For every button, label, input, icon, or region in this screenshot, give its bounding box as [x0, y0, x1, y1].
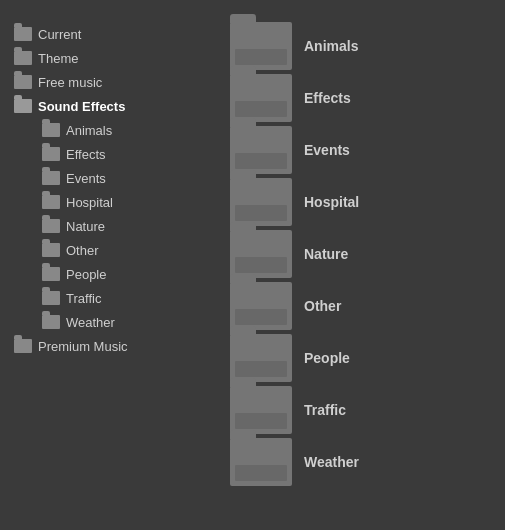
tree-label-sound-effects: Sound Effects: [38, 99, 125, 114]
tree-label-people: People: [66, 267, 106, 282]
grid-item-animals[interactable]: Animals: [230, 22, 495, 70]
tree-label-theme: Theme: [38, 51, 78, 66]
tree-label-premium-music: Premium Music: [38, 339, 128, 354]
tree-item-premium-music[interactable]: Premium Music: [14, 334, 210, 358]
grid-label-people: People: [304, 350, 350, 366]
tree-item-current[interactable]: Current: [14, 22, 210, 46]
folder-icon-events: [42, 171, 60, 185]
folder-icon-theme: [14, 51, 32, 65]
grid-label-effects: Effects: [304, 90, 351, 106]
grid-item-events[interactable]: Events: [230, 126, 495, 174]
tree-label-animals: Animals: [66, 123, 112, 138]
tree-label-nature: Nature: [66, 219, 105, 234]
grid-item-hospital[interactable]: Hospital: [230, 178, 495, 226]
tree-item-traffic[interactable]: Traffic: [14, 286, 210, 310]
tree-label-other: Other: [66, 243, 99, 258]
folder-icon-nature: [42, 219, 60, 233]
grid-label-animals: Animals: [304, 38, 358, 54]
tree-item-free-music[interactable]: Free music: [14, 70, 210, 94]
folder-icon-traffic: [42, 291, 60, 305]
tree-label-hospital: Hospital: [66, 195, 113, 210]
tree-panel: CurrentThemeFree musicSound EffectsAnima…: [0, 22, 210, 500]
tree-item-other[interactable]: Other: [14, 238, 210, 262]
folder-icon-people: [42, 267, 60, 281]
grid-label-weather: Weather: [304, 454, 359, 470]
tree-label-free-music: Free music: [38, 75, 102, 90]
tree-label-effects: Effects: [66, 147, 106, 162]
grid-item-people[interactable]: People: [230, 334, 495, 382]
tree-item-nature[interactable]: Nature: [14, 214, 210, 238]
folder-icon-premium-music: [14, 339, 32, 353]
tree-item-theme[interactable]: Theme: [14, 46, 210, 70]
grid-folder-effects: [230, 74, 292, 122]
grid-panel: AnimalsEffectsEventsHospitalNatureOtherP…: [210, 22, 505, 500]
grid-folder-hospital: [230, 178, 292, 226]
tree-item-hospital[interactable]: Hospital: [14, 190, 210, 214]
grid-folder-people: [230, 334, 292, 382]
folder-icon-weather: [42, 315, 60, 329]
grid-item-traffic[interactable]: Traffic: [230, 386, 495, 434]
grid-item-other[interactable]: Other: [230, 282, 495, 330]
grid-item-nature[interactable]: Nature: [230, 230, 495, 278]
tree-item-effects[interactable]: Effects: [14, 142, 210, 166]
tree-label-weather: Weather: [66, 315, 115, 330]
folder-icon-current: [14, 27, 32, 41]
folder-icon-sound-effects: [14, 99, 32, 113]
folder-icon-free-music: [14, 75, 32, 89]
grid-label-events: Events: [304, 142, 350, 158]
grid-folder-traffic: [230, 386, 292, 434]
grid-item-effects[interactable]: Effects: [230, 74, 495, 122]
grid-folder-weather: [230, 438, 292, 486]
tree-item-people[interactable]: People: [14, 262, 210, 286]
grid-folder-nature: [230, 230, 292, 278]
grid-item-weather[interactable]: Weather: [230, 438, 495, 486]
grid-folder-events: [230, 126, 292, 174]
folder-icon-effects: [42, 147, 60, 161]
folder-icon-other: [42, 243, 60, 257]
tree-item-sound-effects[interactable]: Sound Effects: [14, 94, 210, 118]
folder-icon-hospital: [42, 195, 60, 209]
tree-label-current: Current: [38, 27, 81, 42]
grid-label-hospital: Hospital: [304, 194, 359, 210]
grid-folder-animals: [230, 22, 292, 70]
tree-item-weather[interactable]: Weather: [14, 310, 210, 334]
tree-item-animals[interactable]: Animals: [14, 118, 210, 142]
grid-label-other: Other: [304, 298, 341, 314]
tree-label-events: Events: [66, 171, 106, 186]
grid-folder-other: [230, 282, 292, 330]
tree-item-events[interactable]: Events: [14, 166, 210, 190]
grid-label-nature: Nature: [304, 246, 348, 262]
tree-label-traffic: Traffic: [66, 291, 101, 306]
folder-icon-animals: [42, 123, 60, 137]
grid-label-traffic: Traffic: [304, 402, 346, 418]
